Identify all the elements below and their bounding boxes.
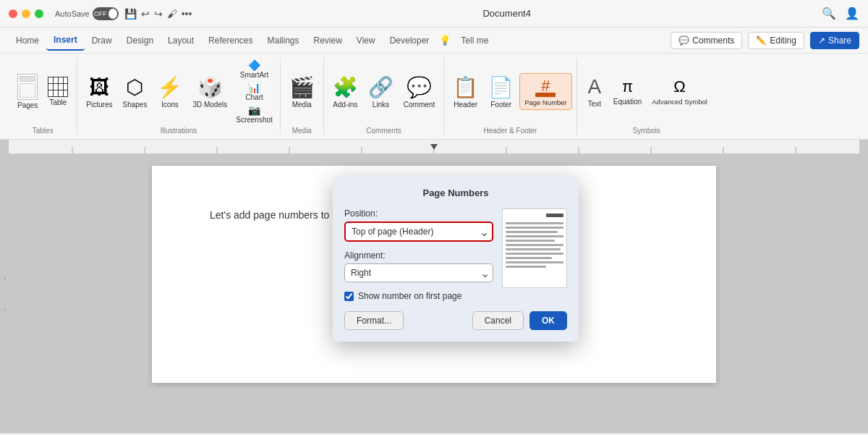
dialog-confirm-buttons: Cancel OK [472, 311, 567, 330]
screenshot-button[interactable]: 📷 Screenshot [233, 103, 276, 125]
margin-marker: • [1, 277, 8, 279]
editing-button[interactable]: ✏️ Editing [748, 32, 804, 49]
share-icon: ↗ [818, 35, 825, 46]
page-number-button[interactable]: # Page Number [519, 73, 572, 110]
dialog-title: Page Numbers [344, 187, 567, 198]
shapes-icon: ⬡ [126, 75, 143, 99]
smartart-button[interactable]: 🔷 SmartArt [233, 58, 276, 80]
smartart-icon: 🔷 [248, 59, 260, 71]
symbol-icon: Ω [673, 77, 685, 96]
more-icon[interactable]: ••• [182, 8, 192, 20]
tab-references[interactable]: References [201, 31, 260, 50]
page-numbers-dialog: Page Numbers Position: Top of page (Head… [333, 176, 579, 342]
symbols-group-inner: A Text π Equation Ω Advanced Symbol [582, 58, 712, 125]
comments-group-label: Comments [328, 125, 439, 135]
icons-label: Icons [161, 101, 179, 109]
preview-line-5 [506, 240, 555, 242]
ribbon-content: Pages Table Tables 🖼 Pictures [0, 54, 868, 139]
3d-models-button[interactable]: 🎲 3D Models [188, 72, 231, 111]
tab-design[interactable]: Design [119, 31, 161, 50]
preview-line-7 [506, 248, 561, 250]
ok-button[interactable]: OK [529, 311, 567, 330]
preview-line-4 [506, 235, 563, 237]
table-icon [48, 77, 68, 97]
shapes-label: Shapes [122, 101, 147, 109]
pages-button[interactable]: Pages [13, 71, 42, 112]
screenshot-icon: 📷 [248, 104, 260, 116]
format-button[interactable]: Format... [344, 311, 404, 330]
footer-button[interactable]: 📄 Footer [484, 72, 518, 111]
tab-layout[interactable]: Layout [161, 31, 201, 50]
search-icon[interactable]: 🔍 [822, 7, 836, 20]
media-icon: 🎬 [289, 75, 315, 99]
tab-draw[interactable]: Draw [85, 31, 119, 50]
alignment-select-wrap: Left Center Right Inside Outside ⌄ [344, 263, 493, 282]
traffic-lights [9, 9, 43, 18]
undo-icon[interactable]: ↩ [141, 8, 150, 20]
position-field: Position: Top of page (Header) Bottom of… [344, 208, 493, 242]
text-button[interactable]: A Text [582, 72, 608, 111]
title-bar-right: 🔍 👤 [822, 7, 859, 20]
pictures-button[interactable]: 🖼 Pictures [82, 72, 116, 111]
user-icon[interactable]: 👤 [845, 7, 859, 20]
symbols-group: A Text π Equation Ω Advanced Symbol Symb… [577, 58, 716, 135]
links-label: Links [373, 101, 389, 109]
autosave-label: AutoSave [55, 9, 90, 18]
add-ins-button[interactable]: 🧩 Add-ins [328, 72, 362, 111]
table-button[interactable]: Table [43, 74, 72, 109]
show-first-page-checkbox[interactable] [344, 292, 354, 301]
header-icon: 📋 [453, 75, 478, 99]
autosave-control: AutoSave OFF [55, 7, 119, 20]
tab-mailings[interactable]: Mailings [260, 31, 306, 50]
cancel-button[interactable]: Cancel [472, 311, 524, 330]
comments-button[interactable]: 💬 Comments [671, 32, 742, 49]
3d-label: 3D Models [192, 101, 227, 109]
format-painter-icon[interactable]: 🖌 [167, 8, 177, 20]
preview-line-10 [506, 261, 563, 263]
shapes-button[interactable]: ⬡ Shapes [118, 72, 151, 111]
autosave-toggle[interactable]: OFF [93, 7, 119, 20]
addins-icon: 🧩 [333, 75, 358, 99]
minimize-button[interactable] [22, 9, 30, 18]
position-select[interactable]: Top of page (Header) Bottom of page (Foo… [346, 223, 492, 240]
icons-button[interactable]: ⚡ Icons [153, 72, 187, 111]
tab-home[interactable]: Home [9, 31, 46, 50]
title-bar: AutoSave OFF 💾 ↩ ↪ 🖌 ••• Document4 🔍 👤 [0, 0, 868, 28]
show-first-page-label: Show number on first page [358, 291, 461, 301]
comment-button[interactable]: 💬 Comment [399, 72, 439, 111]
pictures-label: Pictures [86, 101, 112, 109]
ruler [0, 140, 868, 154]
illustrations-group-label: Illustrations [82, 125, 275, 135]
tab-tell-me[interactable]: Tell me [454, 31, 495, 50]
illustrations-group: 🖼 Pictures ⬡ Shapes ⚡ Icons 🎲 3D Models [77, 58, 280, 135]
pages-label: Pages [17, 101, 38, 109]
comment-icon2: 💬 [407, 75, 432, 99]
comment-label: Comment [404, 101, 435, 109]
header-label: Header [454, 101, 477, 109]
tab-developer[interactable]: Developer [383, 31, 437, 50]
preview-line-6 [506, 244, 563, 246]
advanced-symbol-button[interactable]: Ω Advanced Symbol [647, 75, 712, 109]
equation-icon: π [622, 77, 633, 96]
autosave-knob [109, 9, 117, 19]
share-button[interactable]: ↗ Share [810, 32, 859, 49]
comments-group: 🧩 Add-ins 🔗 Links 💬 Comment Comments [324, 58, 444, 135]
tab-review[interactable]: Review [307, 31, 349, 50]
save-icon[interactable]: 💾 [124, 8, 137, 20]
redo-icon[interactable]: ↪ [154, 8, 163, 20]
left-margin: • • [0, 154, 9, 433]
pictures-icon: 🖼 [89, 75, 109, 99]
header-button[interactable]: 📋 Header [448, 72, 482, 111]
links-button[interactable]: 🔗 Links [364, 72, 398, 111]
tab-view[interactable]: View [349, 31, 383, 50]
close-button[interactable] [9, 9, 17, 18]
equation-button[interactable]: π Equation [609, 75, 646, 109]
symbols-group-label: Symbols [582, 125, 712, 135]
ribbon-tab-bar: Home Insert Draw Design Layout Reference… [0, 28, 868, 54]
preview-page-num [546, 214, 563, 217]
media-button[interactable]: 🎬 Media [285, 72, 319, 111]
tab-insert[interactable]: Insert [46, 30, 85, 51]
alignment-select[interactable]: Left Center Right Inside Outside [345, 264, 493, 282]
chart-button[interactable]: 📊 Chart [233, 80, 276, 103]
maximize-button[interactable] [35, 9, 43, 18]
